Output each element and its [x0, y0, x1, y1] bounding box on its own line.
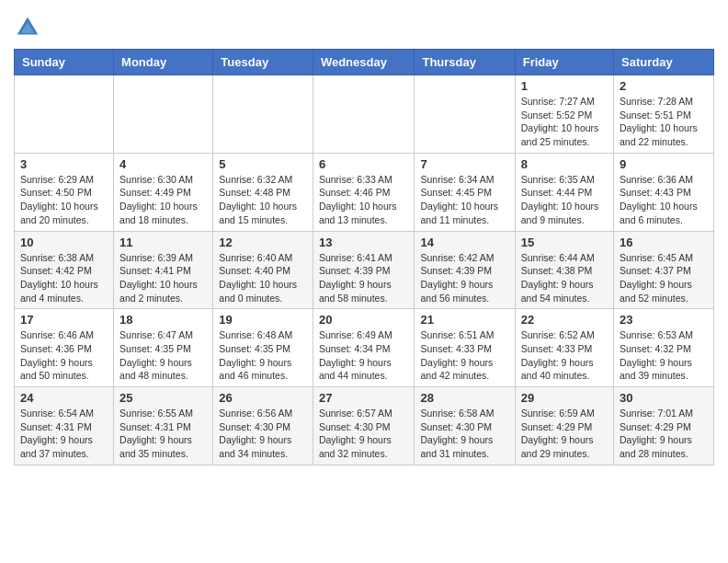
day-number: 27 [319, 391, 409, 405]
calendar-cell: 27Sunrise: 6:57 AM Sunset: 4:30 PM Dayli… [313, 387, 415, 465]
calendar-cell: 17Sunrise: 6:46 AM Sunset: 4:36 PM Dayli… [15, 309, 114, 387]
day-info: Sunrise: 6:58 AM Sunset: 4:30 PM Dayligh… [420, 407, 508, 461]
calendar-cell: 26Sunrise: 6:56 AM Sunset: 4:30 PM Dayli… [213, 387, 313, 465]
calendar-cell: 28Sunrise: 6:58 AM Sunset: 4:30 PM Dayli… [415, 387, 515, 465]
calendar-header-tuesday: Tuesday [213, 50, 313, 75]
calendar: SundayMondayTuesdayWednesdayThursdayFrid… [14, 49, 714, 465]
day-number: 13 [319, 236, 409, 249]
day-number: 18 [119, 313, 207, 327]
day-info: Sunrise: 7:28 AM Sunset: 5:51 PM Dayligh… [620, 95, 708, 149]
day-number: 6 [319, 157, 409, 171]
day-info: Sunrise: 6:41 AM Sunset: 4:39 PM Dayligh… [319, 251, 409, 305]
day-info: Sunrise: 6:54 AM Sunset: 4:31 PM Dayligh… [20, 407, 108, 461]
calendar-week-row: 17Sunrise: 6:46 AM Sunset: 4:36 PM Dayli… [15, 309, 714, 387]
day-number: 1 [521, 79, 608, 93]
day-number: 8 [521, 157, 608, 171]
day-number: 15 [521, 236, 608, 249]
day-number: 23 [620, 313, 708, 327]
day-info: Sunrise: 6:56 AM Sunset: 4:30 PM Dayligh… [219, 407, 307, 461]
day-info: Sunrise: 6:33 AM Sunset: 4:46 PM Dayligh… [319, 173, 409, 227]
day-info: Sunrise: 6:48 AM Sunset: 4:35 PM Dayligh… [219, 328, 307, 383]
day-info: Sunrise: 6:30 AM Sunset: 4:49 PM Dayligh… [119, 173, 207, 227]
logo-icon [14, 14, 41, 41]
calendar-week-row: 1Sunrise: 7:27 AM Sunset: 5:52 PM Daylig… [15, 75, 714, 154]
calendar-header-row: SundayMondayTuesdayWednesdayThursdayFrid… [15, 50, 714, 75]
day-info: Sunrise: 6:55 AM Sunset: 4:31 PM Dayligh… [119, 407, 207, 461]
day-info: Sunrise: 6:36 AM Sunset: 4:43 PM Dayligh… [620, 173, 708, 227]
day-number: 28 [420, 391, 508, 405]
calendar-header-thursday: Thursday [415, 50, 515, 75]
calendar-cell [213, 75, 313, 154]
calendar-cell: 21Sunrise: 6:51 AM Sunset: 4:33 PM Dayli… [415, 309, 515, 387]
calendar-cell: 22Sunrise: 6:52 AM Sunset: 4:33 PM Dayli… [515, 309, 613, 387]
day-number: 9 [620, 157, 708, 171]
calendar-cell: 29Sunrise: 6:59 AM Sunset: 4:29 PM Dayli… [515, 387, 613, 465]
day-number: 30 [620, 391, 708, 405]
day-info: Sunrise: 6:59 AM Sunset: 4:29 PM Dayligh… [521, 407, 608, 461]
calendar-cell: 13Sunrise: 6:41 AM Sunset: 4:39 PM Dayli… [313, 231, 415, 309]
calendar-cell: 14Sunrise: 6:42 AM Sunset: 4:39 PM Dayli… [415, 231, 515, 309]
day-number: 24 [20, 391, 108, 405]
calendar-cell: 4Sunrise: 6:30 AM Sunset: 4:49 PM Daylig… [114, 153, 213, 231]
day-info: Sunrise: 6:53 AM Sunset: 4:32 PM Dayligh… [620, 328, 708, 383]
day-number: 29 [521, 391, 608, 405]
calendar-cell: 23Sunrise: 6:53 AM Sunset: 4:32 PM Dayli… [614, 309, 714, 387]
calendar-cell: 5Sunrise: 6:32 AM Sunset: 4:48 PM Daylig… [213, 153, 313, 231]
day-info: Sunrise: 6:57 AM Sunset: 4:30 PM Dayligh… [319, 407, 409, 461]
day-number: 14 [420, 236, 508, 249]
day-info: Sunrise: 6:40 AM Sunset: 4:40 PM Dayligh… [219, 251, 307, 305]
day-info: Sunrise: 6:39 AM Sunset: 4:41 PM Dayligh… [119, 251, 207, 305]
day-number: 26 [219, 391, 307, 405]
calendar-header-saturday: Saturday [614, 50, 714, 75]
calendar-cell: 6Sunrise: 6:33 AM Sunset: 4:46 PM Daylig… [313, 153, 415, 231]
day-info: Sunrise: 6:49 AM Sunset: 4:34 PM Dayligh… [319, 328, 409, 383]
day-number: 21 [420, 313, 508, 327]
day-info: Sunrise: 6:51 AM Sunset: 4:33 PM Dayligh… [420, 328, 508, 383]
calendar-cell: 3Sunrise: 6:29 AM Sunset: 4:50 PM Daylig… [15, 153, 114, 231]
day-number: 11 [119, 236, 207, 249]
day-info: Sunrise: 6:52 AM Sunset: 4:33 PM Dayligh… [521, 328, 608, 383]
calendar-cell: 19Sunrise: 6:48 AM Sunset: 4:35 PM Dayli… [213, 309, 313, 387]
calendar-week-row: 3Sunrise: 6:29 AM Sunset: 4:50 PM Daylig… [15, 153, 714, 231]
calendar-cell [313, 75, 415, 154]
calendar-cell: 20Sunrise: 6:49 AM Sunset: 4:34 PM Dayli… [313, 309, 415, 387]
day-number: 2 [620, 79, 708, 93]
day-number: 17 [20, 313, 108, 327]
calendar-cell: 10Sunrise: 6:38 AM Sunset: 4:42 PM Dayli… [15, 231, 114, 309]
calendar-header-friday: Friday [515, 50, 613, 75]
calendar-cell: 15Sunrise: 6:44 AM Sunset: 4:38 PM Dayli… [515, 231, 613, 309]
day-number: 5 [219, 157, 307, 171]
day-info: Sunrise: 6:38 AM Sunset: 4:42 PM Dayligh… [20, 251, 108, 305]
calendar-header-monday: Monday [114, 50, 213, 75]
logo [14, 14, 45, 41]
day-number: 10 [20, 236, 108, 249]
calendar-week-row: 10Sunrise: 6:38 AM Sunset: 4:42 PM Dayli… [15, 231, 714, 309]
calendar-cell [15, 75, 114, 154]
day-number: 25 [119, 391, 207, 405]
day-info: Sunrise: 7:27 AM Sunset: 5:52 PM Dayligh… [521, 95, 608, 149]
day-number: 12 [219, 236, 307, 249]
day-info: Sunrise: 6:42 AM Sunset: 4:39 PM Dayligh… [420, 251, 508, 305]
day-number: 7 [420, 157, 508, 171]
calendar-header-wednesday: Wednesday [313, 50, 415, 75]
calendar-cell: 25Sunrise: 6:55 AM Sunset: 4:31 PM Dayli… [114, 387, 213, 465]
day-number: 20 [319, 313, 409, 327]
calendar-cell [114, 75, 213, 154]
calendar-cell: 2Sunrise: 7:28 AM Sunset: 5:51 PM Daylig… [614, 75, 714, 154]
calendar-cell: 16Sunrise: 6:45 AM Sunset: 4:37 PM Dayli… [614, 231, 714, 309]
calendar-cell [415, 75, 515, 154]
day-info: Sunrise: 6:32 AM Sunset: 4:48 PM Dayligh… [219, 173, 307, 227]
day-number: 16 [620, 236, 708, 249]
day-info: Sunrise: 6:47 AM Sunset: 4:35 PM Dayligh… [119, 328, 207, 383]
day-info: Sunrise: 7:01 AM Sunset: 4:29 PM Dayligh… [620, 407, 708, 461]
calendar-cell: 18Sunrise: 6:47 AM Sunset: 4:35 PM Dayli… [114, 309, 213, 387]
calendar-week-row: 24Sunrise: 6:54 AM Sunset: 4:31 PM Dayli… [15, 387, 714, 465]
calendar-cell: 1Sunrise: 7:27 AM Sunset: 5:52 PM Daylig… [515, 75, 613, 154]
calendar-cell: 7Sunrise: 6:34 AM Sunset: 4:45 PM Daylig… [415, 153, 515, 231]
day-info: Sunrise: 6:34 AM Sunset: 4:45 PM Dayligh… [420, 173, 508, 227]
day-info: Sunrise: 6:46 AM Sunset: 4:36 PM Dayligh… [20, 328, 108, 383]
day-number: 3 [20, 157, 108, 171]
calendar-cell: 9Sunrise: 6:36 AM Sunset: 4:43 PM Daylig… [614, 153, 714, 231]
day-number: 19 [219, 313, 307, 327]
calendar-header-sunday: Sunday [15, 50, 114, 75]
